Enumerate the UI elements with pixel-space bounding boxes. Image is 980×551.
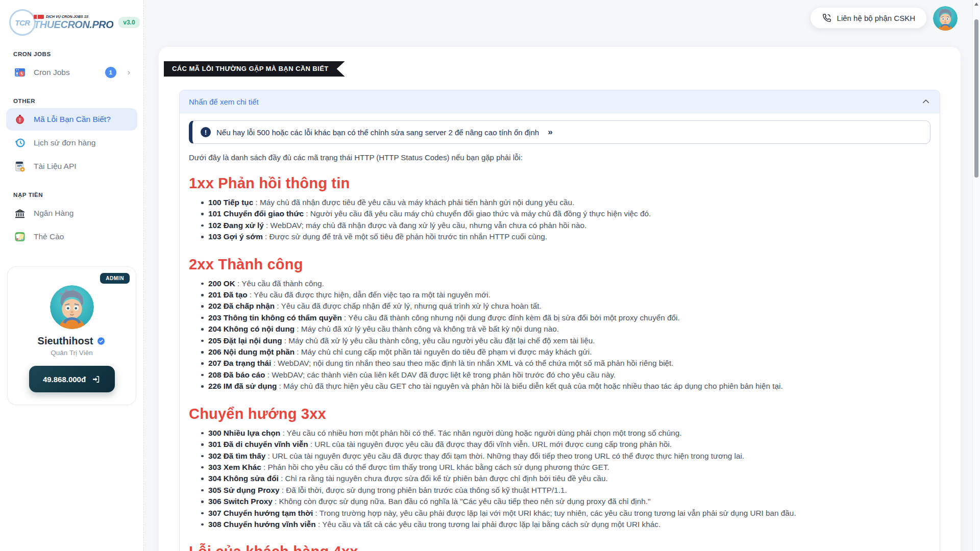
status-code-label: 300 Nhiều lựa chọn (208, 429, 280, 437)
status-code-item: 103 Gợi ý sớm : Được sử dụng để trả về m… (202, 231, 930, 242)
chevron-right-icon: › (128, 68, 130, 77)
status-code-item: 306 Switch Proxy : Không còn được sử dụn… (202, 496, 930, 507)
user-role: Quản Trị Viên (16, 349, 128, 357)
sidebar-item-bank[interactable]: Ngân Hàng (6, 202, 137, 224)
double-chevron-icon: » (548, 127, 552, 137)
sidebar-nav: CRON JOBSCron Jobs1›OTHERMã Lỗi Bạn Cần … (0, 51, 143, 248)
admin-badge: ADMIN (100, 273, 130, 284)
status-code-item: 205 Đặt lại nội dung : Máy chủ đã xử lý … (202, 335, 930, 346)
status-code-list: 200 OK : Yêu cầu đã thành công.201 Đã tạ… (189, 278, 930, 392)
section-heading: 2xx Thành công (189, 256, 930, 273)
status-code-section: Lỗi của khách hàng 4xx400 Yêu cầu không … (189, 543, 930, 551)
avatar (50, 285, 94, 329)
balance-amount: 49.868.000đ (43, 375, 86, 384)
status-code-label: 101 Chuyển đổi giao thức (208, 209, 304, 218)
status-code-label: 100 Tiếp tục (208, 198, 253, 207)
status-code-label: 203 Thông tin không có thẩm quyền (208, 313, 342, 322)
status-code-label: 205 Đặt lại nội dung (208, 336, 282, 345)
phone-icon (822, 13, 832, 23)
logo-tagline: DỊCH VỤ CRON-JOBS 1S (34, 15, 113, 19)
sidebar-item-label: Lịch sử đơn hàng (34, 138, 95, 147)
status-code-label: 207 Đa trạng thái (208, 359, 271, 367)
status-code-item: 300 Nhiều lựa chọn : Yêu cầu có nhiều hơ… (202, 428, 930, 439)
status-code-item: 202 Đã chấp nhận : Yêu cầu đã được chấp … (202, 300, 930, 312)
scrollbar-thumb[interactable] (974, 19, 978, 178)
status-code-label: 307 Chuyển hướng tạm thời (208, 509, 313, 517)
status-code-item: 207 Đa trạng thái : WebDAV; nội dung tin… (202, 358, 930, 369)
logo[interactable]: TCR DỊCH VỤ CRON-JOBS 1S THUECRON.PRO v3… (0, 8, 143, 37)
status-code-label: 202 Đã chấp nhận (208, 302, 275, 310)
section-heading: 1xx Phản hồi thông tin (189, 175, 930, 192)
sidebar-item-label: Ngân Hàng (34, 209, 74, 218)
cron-jobs-icon (13, 66, 27, 79)
status-code-item: 304 Không sửa đổi : Chỉ ra rằng tài nguy… (202, 473, 930, 484)
status-code-label: 206 Nội dung một phần (208, 347, 295, 356)
chevron-up-icon (921, 97, 930, 106)
status-code-section: Chuyển hướng 3xx300 Nhiều lựa chọn : Yêu… (189, 406, 930, 531)
page-title-ribbon: CÁC MÃ LỖI THƯỜNG GẶP MÀ BẠN CẦN BIẾT (164, 61, 345, 77)
sidebar-item-label: Cron Jobs (34, 68, 70, 77)
sidebar-item-api-docs[interactable]: APITài Liệu API (6, 155, 137, 178)
status-code-label: 301 Đã di chuyển vĩnh viễn (208, 440, 308, 448)
status-code-item: 305 Sử dụng Proxy : Đã lỗi thời, được sử… (202, 485, 930, 496)
count-badge: 1 (105, 67, 116, 78)
verified-badge-icon (96, 337, 106, 346)
intro-text: Dưới đây là danh sách đầy đủ các mã trạn… (189, 153, 930, 162)
status-code-label: 306 Switch Proxy (208, 497, 273, 506)
status-code-list: 100 Tiếp tục : Máy chủ đã nhận được tiêu… (189, 197, 930, 243)
status-code-item: 302 Đã tìm thấy : URL của tài nguyên đượ… (202, 450, 930, 462)
section-heading: Chuyển hướng 3xx (189, 406, 930, 422)
status-code-label: 204 Không có nội dung (208, 324, 295, 333)
sidebar-item-label: Tài Liệu API (34, 162, 77, 171)
status-code-list: 300 Nhiều lựa chọn : Yêu cầu có nhiều hơ… (189, 428, 930, 531)
sidebar-item-card[interactable]: Thẻ Cào (6, 226, 137, 248)
scroll-up-arrow-icon[interactable] (974, 3, 978, 6)
status-code-item: 301 Đã di chuyển vĩnh viễn : URL của tài… (202, 439, 930, 450)
sidebar-item-label: Thẻ Cào (34, 232, 64, 241)
topbar: Liên hệ bộ phận CSKH (144, 0, 980, 37)
header-avatar[interactable] (933, 6, 958, 31)
status-code-item: 201 Đã tạo : Yêu cầu đã được thực hiện, … (202, 289, 930, 300)
status-code-label: 308 Chuyển hướng vĩnh viễn (208, 520, 316, 529)
details-panel: Nhấn để xem chi tiết ! Nếu hay lỗi 500 h… (179, 90, 940, 551)
logo-name: THUECRON.PRO (34, 19, 113, 30)
content-card: CÁC MÃ LỖI THƯỜNG GẶP MÀ BẠN CẦN BIẾT Nh… (159, 47, 961, 551)
order-history-icon (13, 136, 27, 149)
section-heading: Lỗi của khách hàng 4xx (189, 543, 930, 551)
status-code-item: 206 Nội dung một phần : Máy chủ chỉ cung… (202, 346, 930, 358)
main-area: Liên hệ bộ phận CSKH CÁC MÃ LỖI THƯỜNG G… (144, 0, 980, 551)
sidebar-item-error-codes[interactable]: Mã Lỗi Bạn Cần Biết? (6, 108, 137, 131)
status-code-item: 100 Tiếp tục : Máy chủ đã nhận được tiêu… (202, 197, 930, 208)
sidebar-item-cron-jobs[interactable]: Cron Jobs1› (6, 61, 137, 84)
sidebar: TCR DỊCH VỤ CRON-JOBS 1S THUECRON.PRO v3… (0, 0, 144, 551)
panel-toggle[interactable]: Nhấn để xem chi tiết (180, 90, 940, 113)
version-badge: v3.0 (118, 17, 139, 28)
status-code-label: 102 Đang xử lý (208, 221, 264, 230)
api-docs-icon: API (13, 160, 27, 173)
status-code-label: 305 Sử dụng Proxy (208, 486, 279, 494)
exclamation-icon: ! (201, 127, 211, 137)
contact-support-button[interactable]: Liên hệ bộ phận CSKH (810, 7, 927, 29)
card-icon (13, 230, 27, 243)
status-code-label: 226 IM đã sử dụng (208, 382, 277, 390)
scrollbar[interactable] (972, 0, 980, 551)
status-code-label: 304 Không sửa đổi (208, 474, 279, 483)
logo-red-chip-icon (34, 15, 44, 19)
server-tip-alert[interactable]: ! Nếu hay lỗi 500 hoặc các lỗi khác bạn … (189, 120, 930, 144)
error-codes-icon (13, 113, 27, 126)
status-code-item: 203 Thông tin không có thẩm quyền : Yêu … (202, 312, 930, 323)
sidebar-section-label: NẠP TIỀN (0, 192, 143, 198)
sidebar-section-label: CRON JOBS (0, 51, 143, 57)
status-code-section: 2xx Thành công200 OK : Yêu cầu đã thành … (189, 256, 930, 392)
status-code-label: 208 Đã báo cáo (208, 370, 265, 379)
sidebar-item-label: Mã Lỗi Bạn Cần Biết? (34, 115, 111, 124)
status-code-label: 303 Xem Khác (208, 463, 261, 471)
sidebar-item-order-history[interactable]: Lịch sử đơn hàng (6, 132, 137, 154)
balance-logout-button[interactable]: 49.868.000đ (29, 366, 115, 392)
panel-body: ! Nếu hay lỗi 500 hoặc các lỗi khác bạn … (180, 113, 940, 551)
status-code-item: 101 Chuyển đổi giao thức : Người yêu cầu… (202, 208, 930, 219)
status-code-item: 102 Đang xử lý : WebDAV; máy chủ đã nhận… (202, 220, 930, 231)
status-code-item: 303 Xem Khác : Phản hồi cho yêu cầu có t… (202, 462, 930, 473)
svg-text:API: API (17, 164, 21, 167)
logo-tcr-icon: TCR (9, 9, 36, 36)
